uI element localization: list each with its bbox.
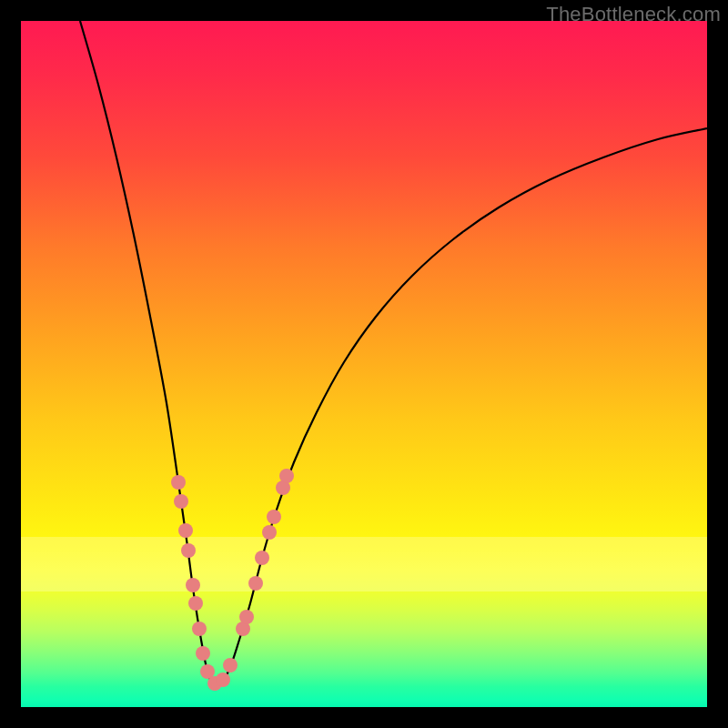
watermark-text: TheBottleneck.com: [546, 3, 721, 26]
chart-area: [21, 21, 707, 707]
